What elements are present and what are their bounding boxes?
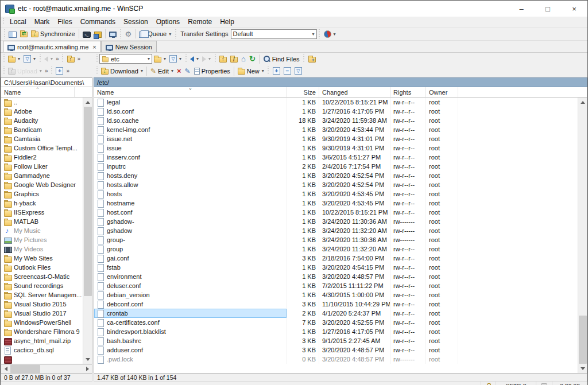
remote-file-row[interactable]: issue.net 1 KB 9/30/2019 4:31:01 PM rw-r… <box>94 134 578 143</box>
local-list-item[interactable]: Camtasia <box>1 134 83 143</box>
scroll-down-button[interactable] <box>578 364 587 373</box>
menu-item[interactable]: Files <box>53 17 76 28</box>
remote-file-row[interactable]: crontab 2 KB 4/1/2020 5:24:37 PM rw-r--r… <box>94 309 578 318</box>
remote-file-row[interactable]: hosts 1 KB 3/20/2020 4:53:45 PM rw-r--r-… <box>94 189 578 199</box>
remote-file-row[interactable]: bindresvport.blacklist 1 KB 1/27/2016 4:… <box>94 327 578 336</box>
menu-item[interactable]: Remote <box>184 17 216 28</box>
local-list-item[interactable] <box>1 355 83 364</box>
local-list-item[interactable]: MATLAB <box>1 217 83 226</box>
rename-button[interactable]: ✎ <box>183 65 192 77</box>
local-list-item[interactable]: Follow Liker <box>1 162 83 171</box>
scrollbar-thumb[interactable] <box>10 365 40 373</box>
transfer-settings-combo[interactable]: Default ▾ <box>231 29 317 39</box>
selection-filter-button[interactable]: ▽ <box>293 65 304 77</box>
remote-file-row[interactable]: ld.so.cache 18 KB 3/24/2020 11:59:38 AM … <box>94 116 578 125</box>
compare-directories-button[interactable] <box>7 28 18 40</box>
remote-file-row[interactable]: fstab 1 KB 3/20/2020 4:54:15 PM rw-r--r-… <box>94 263 578 272</box>
remote-column-rights[interactable]: Rights <box>390 87 426 97</box>
remote-file-row[interactable]: gshadow 1 KB 3/24/2020 11:32:20 AM rw-r-… <box>94 226 578 235</box>
remote-home-directory-button[interactable]: ⌂ <box>239 53 247 65</box>
scrollbar-thumb[interactable] <box>84 107 92 296</box>
local-list-item[interactable]: Graphics <box>1 189 83 199</box>
overflow-chevron-icon[interactable]: » <box>55 56 60 62</box>
addons-button[interactable] <box>92 28 103 40</box>
remote-path-bar[interactable]: /etc/ <box>94 77 587 87</box>
local-list-item[interactable]: h-yback <box>1 199 83 208</box>
remote-column-changed[interactable]: Changed <box>319 87 390 97</box>
remote-file-row[interactable]: ld.so.conf 1 KB 1/27/2016 4:17:05 PM rw-… <box>94 107 578 116</box>
scroll-right-button[interactable] <box>83 364 92 374</box>
local-list-item[interactable]: async_html_mail.zip <box>1 336 83 345</box>
duplicate-session-button[interactable]: + <box>307 53 318 65</box>
scroll-up-button[interactable] <box>83 98 92 107</box>
local-list-item[interactable]: Wondershare Filmora 9 <box>1 327 83 336</box>
remote-column-owner[interactable]: Owner <box>426 87 458 97</box>
local-horizontal-scrollbar[interactable] <box>1 364 92 374</box>
local-list-item[interactable]: Outlook Files <box>1 263 83 272</box>
remote-file-row[interactable]: hosts.allow 1 KB 3/20/2020 4:52:54 PM rw… <box>94 180 578 189</box>
remote-file-row[interactable]: ca-certificates.conf 7 KB 3/20/2020 4:52… <box>94 318 578 327</box>
local-vertical-scrollbar[interactable] <box>83 98 92 364</box>
remote-filter-button[interactable]: ▽▾ <box>168 53 183 65</box>
local-list-item[interactable]: Visual Studio 2015 <box>1 300 83 309</box>
remote-file-row[interactable]: gai.conf 3 KB 2/18/2016 7:54:00 PM rw-r-… <box>94 254 578 263</box>
overflow-chevron-icon[interactable]: » <box>65 68 71 74</box>
scroll-left-button[interactable] <box>1 364 10 374</box>
remote-file-row[interactable]: hosts.deny 1 KB 3/20/2020 4:52:54 PM rw-… <box>94 171 578 180</box>
download-button[interactable]: ↓ Download ▾ <box>99 65 145 77</box>
menu-item[interactable]: Mark <box>30 17 54 28</box>
remote-directory-combo[interactable]: etc ▾ <box>99 54 152 64</box>
remote-root-directory-button[interactable]: / <box>229 53 239 65</box>
protocol-cell[interactable]: SFTP-3 <box>496 382 536 385</box>
local-list-item[interactable]: Bandicam <box>1 125 83 134</box>
local-list-item[interactable]: Adobe <box>1 107 83 116</box>
remote-open-directory-button[interactable]: ▾ <box>152 53 168 65</box>
menu-item[interactable]: Local <box>6 17 30 28</box>
remote-forward-button[interactable]: ▾ <box>200 53 212 65</box>
local-parent-directory-button[interactable]: ↑ <box>65 53 76 65</box>
transfer-preset-button[interactable]: ▾ <box>322 28 338 40</box>
local-add-button[interactable]: + <box>54 65 65 77</box>
remote-file-row[interactable]: debconf.conf 3 KB 11/10/2015 10:44:29 PM… <box>94 300 578 309</box>
remote-file-row[interactable]: kernel-img.conf 1 KB 3/20/2020 4:53:44 P… <box>94 125 578 134</box>
local-list-item[interactable]: My Videos <box>1 244 83 254</box>
remote-file-row[interactable]: adduser.conf 3 KB 3/20/2020 4:48:57 PM r… <box>94 345 578 355</box>
local-list-item[interactable]: Visual Studio 2017 <box>1 309 83 318</box>
edit-button[interactable]: ✎ Edit ▾ <box>149 65 175 77</box>
scroll-up-button[interactable] <box>578 98 587 107</box>
remote-file-row[interactable]: gshadow- 1 KB 3/24/2020 11:30:36 AM rw--… <box>94 217 578 226</box>
preferences-button[interactable]: ⚙ <box>123 28 134 40</box>
remote-file-row[interactable]: group- 1 KB 3/24/2020 11:30:36 AM rw----… <box>94 235 578 244</box>
remote-file-row[interactable]: insserv.conf 1 KB 3/6/2015 4:51:27 PM rw… <box>94 153 578 162</box>
synchronize-browsing-button[interactable]: ⇄ <box>18 28 29 40</box>
session-duration-cell[interactable]: 0:26:09 <box>552 382 587 385</box>
close-button[interactable]: × <box>561 1 587 17</box>
local-list-item[interactable]: Screencast-O-Matic <box>1 272 83 281</box>
open-console-button[interactable]: >_ <box>81 28 92 40</box>
queue-button[interactable]: Queue ▾ <box>137 28 173 40</box>
remote-back-button[interactable]: ▾ <box>188 53 200 65</box>
local-list-item[interactable]: Fiddler2 <box>1 153 83 162</box>
remote-file-row[interactable]: group 1 KB 3/24/2020 11:32:20 AM rw-r--r… <box>94 244 578 254</box>
overflow-chevron-icon[interactable]: » <box>44 68 49 74</box>
select-files-button[interactable]: + <box>271 65 282 77</box>
remote-file-row[interactable]: environment 1 KB 3/20/2020 4:48:57 PM rw… <box>94 272 578 281</box>
menu-item[interactable]: Commands <box>76 17 119 28</box>
find-files-button[interactable]: Find Files <box>261 53 301 65</box>
local-filter-button[interactable]: ▽▾ <box>22 53 37 65</box>
tab-close-icon[interactable]: × <box>92 44 96 50</box>
local-list-item[interactable]: Audacity <box>1 116 83 125</box>
delete-button[interactable]: × <box>175 65 183 77</box>
local-list-item[interactable]: cactico_db.sql <box>1 345 83 355</box>
remote-file-row[interactable]: hostname 1 KB 3/20/2020 4:53:45 PM rw-r-… <box>94 199 578 208</box>
local-open-directory-button[interactable]: ▾ <box>6 53 22 65</box>
remote-file-row[interactable]: debian_version 1 KB 4/30/2015 1:00:00 PM… <box>94 290 578 300</box>
local-list-item[interactable]: My Music <box>1 226 83 235</box>
remote-file-row[interactable]: legal 1 KB 10/22/2015 8:15:21 PM rw-r--r… <box>94 98 578 107</box>
synchronize-button[interactable]: ↓ Synchronize <box>29 28 77 40</box>
remote-file-row[interactable]: deluser.conf 1 KB 7/2/2015 11:11:22 PM r… <box>94 281 578 290</box>
new-button[interactable]: New ▾ <box>236 65 266 77</box>
local-list-item[interactable]: My Pictures <box>1 235 83 244</box>
menu-item[interactable]: Session <box>119 17 152 28</box>
remote-column-name[interactable]: Name v <box>94 87 287 97</box>
